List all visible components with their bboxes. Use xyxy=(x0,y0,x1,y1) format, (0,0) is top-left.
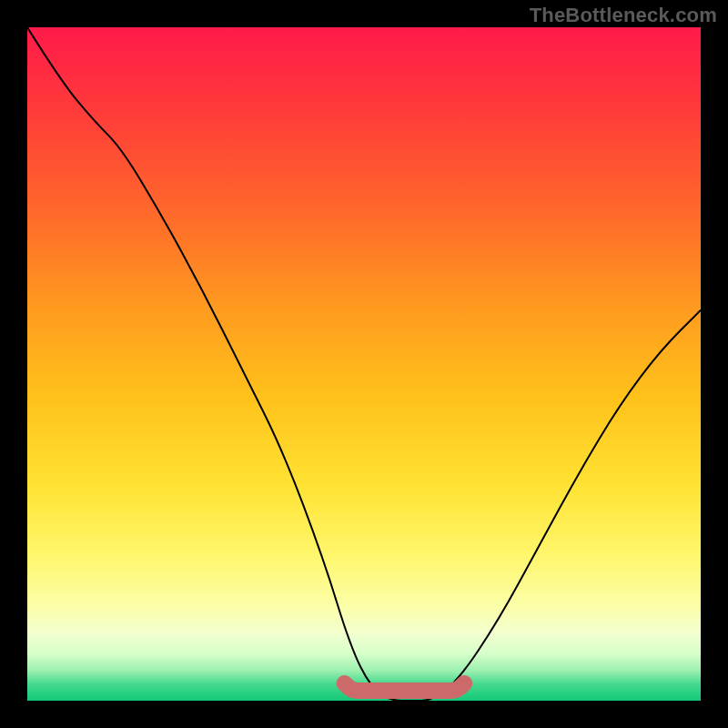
watermark-text: TheBottleneck.com xyxy=(530,4,717,27)
chart-frame: TheBottleneck.com xyxy=(0,0,728,728)
plot-area xyxy=(27,27,701,701)
bottleneck-curve xyxy=(27,27,701,701)
basin-marker xyxy=(345,683,465,691)
curve-layer xyxy=(27,27,701,701)
